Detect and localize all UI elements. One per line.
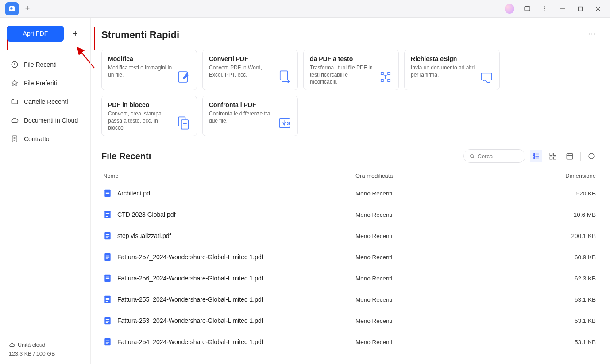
file-date: Meno Recenti — [355, 275, 488, 282]
sidebar-item-contract[interactable]: Contratto — [7, 130, 83, 148]
cloud-storage-label[interactable]: Unità cloud — [9, 342, 81, 348]
view-grid-button[interactable] — [547, 150, 559, 162]
create-pdf-button[interactable]: + — [67, 26, 83, 42]
svg-rect-42 — [554, 157, 556, 159]
file-date: Meno Recenti — [355, 318, 488, 324]
folder-icon — [11, 98, 19, 106]
pdf-file-icon — [103, 295, 112, 304]
controls-divider — [580, 152, 581, 161]
sidebar-item-cloud[interactable]: Documenti in Cloud — [7, 111, 83, 130]
file-row[interactable]: Fattura-257_2024-Wondershare-Global-Limi… — [101, 246, 598, 268]
svg-line-32 — [473, 157, 474, 158]
sidebar-item-label: Documenti in Cloud — [24, 117, 78, 124]
svg-rect-79 — [106, 343, 108, 344]
file-name: Architect.pdf — [117, 190, 152, 197]
refresh-button[interactable] — [585, 150, 598, 162]
storage-usage: 123.3 KB / 100 GB — [9, 351, 81, 357]
file-row[interactable]: Fattura-253_2024-Wondershare-Global-Limi… — [101, 310, 598, 331]
sidebar-item-label: File Preferiti — [24, 80, 57, 87]
file-row[interactable]: Architect.pdfMeno Recenti520 KB — [101, 183, 598, 204]
file-name: Fattura-256_2024-Wondershare-Global-Limi… — [117, 275, 263, 282]
view-list-button[interactable] — [530, 150, 542, 162]
sidebar-item-folders[interactable]: Cartelle Recenti — [7, 92, 83, 111]
open-pdf-button[interactable]: Apri PDF — [7, 26, 64, 42]
table-header: Nome Ora modificata Dimensione — [101, 169, 598, 183]
menu-button[interactable] — [537, 2, 553, 16]
new-tab-button[interactable]: + — [20, 2, 35, 16]
close-button[interactable] — [590, 2, 606, 16]
recent-files-title: File Recenti — [101, 151, 151, 161]
search-input[interactable] — [478, 153, 520, 160]
svg-rect-20 — [280, 71, 288, 80]
file-row[interactable]: Fattura-255_2024-Wondershare-Global-Limi… — [101, 289, 598, 310]
svg-point-31 — [470, 154, 473, 157]
tool-card-5[interactable]: Confronta i PDFConfronta le differenze t… — [202, 96, 298, 136]
svg-point-16 — [589, 34, 590, 35]
svg-rect-70 — [106, 298, 109, 299]
sidebar-item-favorites[interactable]: File Preferiti — [7, 74, 83, 92]
file-row[interactable]: Fattura-256_2024-Wondershare-Global-Limi… — [101, 268, 598, 289]
file-date: Meno Recenti — [355, 233, 488, 239]
sidebar: Apri PDF + File Recenti File Preferiti C… — [0, 18, 91, 364]
svg-rect-43 — [567, 154, 573, 159]
sidebar-item-label: Cartelle Recenti — [24, 98, 68, 105]
minimize-button[interactable] — [554, 2, 571, 16]
maximize-button[interactable] — [572, 2, 589, 16]
svg-rect-53 — [106, 215, 109, 215]
search-icon — [469, 153, 475, 160]
document-icon — [11, 135, 19, 143]
card-title: Modifica — [108, 55, 190, 62]
tool-card-3[interactable]: Richiesta eSignInvia un documento ad alt… — [404, 50, 500, 90]
column-name: Nome — [103, 172, 355, 179]
sidebar-divider — [7, 50, 83, 50]
sidebar-item-label: File Recenti — [24, 61, 57, 68]
svg-rect-24 — [181, 120, 188, 129]
svg-rect-73 — [106, 321, 109, 322]
view-date-button[interactable] — [564, 150, 576, 162]
svg-text:V: V — [282, 121, 286, 126]
search-input-wrapper[interactable] — [463, 149, 525, 163]
titlebar: + — [0, 0, 610, 18]
file-name: Fattura-255_2024-Wondershare-Global-Limi… — [117, 296, 263, 303]
avatar-icon — [505, 4, 514, 14]
file-date: Meno Recenti — [355, 254, 488, 261]
quick-tools-more[interactable] — [586, 28, 598, 42]
avatar-button[interactable] — [501, 2, 518, 16]
tool-card-2[interactable]: da PDF a testoTrasforma i tuoi file PDF … — [303, 50, 399, 90]
file-name: Fattura-257_2024-Wondershare-Global-Limi… — [117, 253, 263, 261]
file-row[interactable]: CTD 2023 Global.pdfMeno Recenti10.6 MB — [101, 204, 598, 225]
feedback-button[interactable] — [519, 2, 536, 16]
file-date: Meno Recenti — [355, 296, 488, 303]
tool-card-4[interactable]: PDF in bloccoConverti, crea, stampa, pas… — [101, 96, 197, 136]
file-row[interactable]: Fattura-254_2024-Wondershare-Global-Limi… — [101, 331, 598, 353]
sidebar-item-recent[interactable]: File Recenti — [7, 55, 83, 74]
svg-text:S: S — [287, 121, 290, 126]
cloud-storage-text: Unità cloud — [18, 342, 46, 348]
svg-rect-77 — [106, 342, 109, 343]
tool-card-0[interactable]: ModificaModifica testi e immagini in un … — [101, 50, 197, 90]
pdf-file-icon — [103, 316, 112, 325]
svg-rect-66 — [106, 277, 109, 278]
file-size: 53.1 KB — [488, 318, 596, 324]
svg-point-47 — [589, 153, 594, 159]
file-row[interactable]: step visualizzati.pdfMeno Recenti200.1 K… — [101, 225, 598, 246]
svg-text:T: T — [384, 73, 388, 80]
svg-point-17 — [591, 34, 593, 35]
svg-rect-63 — [106, 258, 108, 259]
file-name: Fattura-253_2024-Wondershare-Global-Limi… — [117, 317, 263, 324]
card-icon — [176, 69, 191, 84]
file-size: 520 KB — [488, 190, 596, 197]
pdf-file-icon — [103, 210, 112, 219]
svg-rect-78 — [106, 341, 109, 341]
svg-rect-49 — [106, 193, 109, 194]
clock-icon — [11, 61, 19, 69]
tool-card-1[interactable]: Converti PDFConverti PDF in Word, Excel,… — [202, 50, 298, 90]
quick-tools-title: Strumenti Rapidi — [101, 29, 179, 41]
file-size: 53.1 KB — [488, 296, 596, 303]
svg-rect-75 — [106, 322, 108, 323]
svg-point-4 — [544, 8, 545, 9]
svg-rect-33 — [533, 153, 534, 155]
svg-rect-65 — [106, 278, 109, 279]
file-date: Meno Recenti — [355, 190, 488, 197]
pdf-file-icon — [103, 231, 112, 240]
